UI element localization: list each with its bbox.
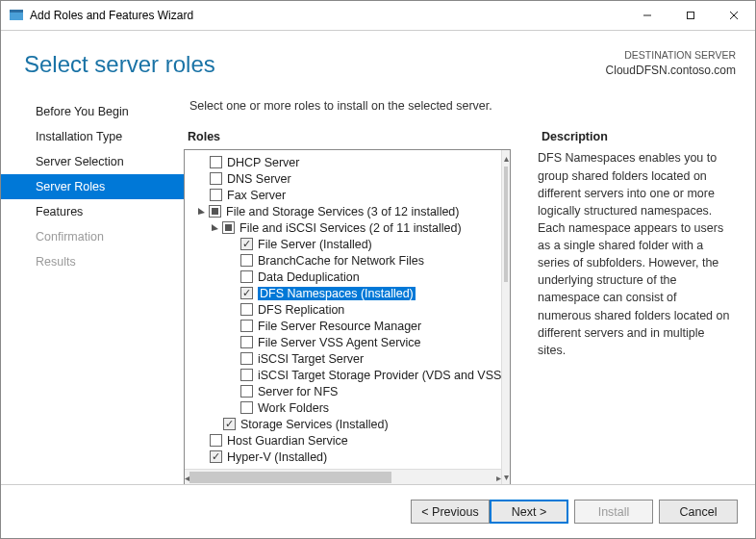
checkbox-icon[interactable] <box>240 254 253 267</box>
role-hyper-v[interactable]: Hyper-V (Installed) <box>189 449 501 465</box>
role-fax-server[interactable]: Fax Server <box>189 187 501 203</box>
checkbox-icon[interactable] <box>240 320 253 332</box>
role-fs-vss[interactable]: File Server VSS Agent Service <box>189 334 501 350</box>
role-storage-services[interactable]: Storage Services (Installed) <box>189 416 501 432</box>
scroll-down-icon[interactable]: ▾ <box>502 469 510 484</box>
checkbox-indeterminate-icon[interactable] <box>222 221 235 234</box>
footer: < Previous Next > Install Cancel <box>1 484 755 538</box>
role-label: DFS Namespaces (Installed) <box>258 287 416 300</box>
instruction-text: Select one or more roles to install on t… <box>184 95 736 130</box>
role-file-iscsi-services[interactable]: File and iSCSI Services (2 of 11 install… <box>189 219 501 236</box>
cancel-button[interactable]: Cancel <box>659 500 738 524</box>
checkbox-icon[interactable] <box>240 303 253 316</box>
role-dhcp-server[interactable]: DHCP Server <box>189 154 501 170</box>
checkbox-checked-icon[interactable] <box>240 287 253 299</box>
checkbox-icon[interactable] <box>240 385 253 398</box>
vertical-scrollbar[interactable]: ▴ ▾ <box>501 150 510 484</box>
nav-step-server-selection[interactable]: Server Selection <box>1 149 184 174</box>
role-work-folders[interactable]: Work Folders <box>189 399 501 416</box>
checkbox-checked-icon[interactable] <box>210 450 222 463</box>
collapse-icon[interactable] <box>196 206 207 217</box>
role-file-storage-services[interactable]: File and Storage Services (3 of 12 insta… <box>189 203 501 219</box>
role-label: File Server (Installed) <box>258 238 372 251</box>
app-icon <box>9 8 24 23</box>
role-label: File Server VSS Agent Service <box>258 336 421 349</box>
checkbox-indeterminate-icon[interactable] <box>209 205 221 218</box>
nav-step-confirmation: Confirmation <box>1 224 184 249</box>
scroll-track[interactable] <box>189 470 496 484</box>
checkbox-icon[interactable] <box>240 401 253 414</box>
roles-label: Roles <box>188 130 511 143</box>
role-label: File Server Resource Manager <box>258 320 421 333</box>
role-label: Fax Server <box>227 189 286 202</box>
install-button: Install <box>574 500 653 524</box>
scroll-thumb[interactable] <box>504 167 508 282</box>
role-dns-server[interactable]: DNS Server <box>189 170 501 187</box>
checkbox-icon[interactable] <box>210 189 222 201</box>
role-nfs[interactable]: Server for NFS <box>189 383 501 399</box>
nav-step-before-you-begin[interactable]: Before You Begin <box>1 99 184 124</box>
checkbox-checked-icon[interactable] <box>223 418 236 430</box>
prev-next-group: < Previous Next > <box>411 500 568 524</box>
checkbox-icon[interactable] <box>240 270 253 283</box>
role-dfs-replication[interactable]: DFS Replication <box>189 301 501 318</box>
role-data-dedup[interactable]: Data Deduplication <box>189 269 501 285</box>
role-label: DHCP Server <box>227 156 299 169</box>
role-host-guardian[interactable]: Host Guardian Service <box>189 432 501 449</box>
body: Before You BeginInstallation TypeServer … <box>1 95 755 484</box>
role-label: DFS Replication <box>258 303 344 317</box>
titlebar: Add Roles and Features Wizard <box>1 1 755 31</box>
scroll-track[interactable] <box>502 167 510 469</box>
nav-step-server-roles[interactable]: Server Roles <box>1 174 184 199</box>
collapse-icon[interactable] <box>210 222 220 233</box>
role-label: File and iSCSI Services (2 of 11 install… <box>239 221 462 235</box>
checkbox-icon[interactable] <box>210 434 222 447</box>
close-button[interactable] <box>712 1 755 30</box>
horizontal-scrollbar[interactable]: ◂ ▸ <box>185 469 501 484</box>
columns: Roles DHCP Server DNS Server Fax Server <box>184 130 736 484</box>
roles-tree[interactable]: DHCP Server DNS Server Fax Server File a… <box>185 150 501 469</box>
svg-rect-3 <box>687 13 693 19</box>
role-label: iSCSI Target Server <box>258 352 364 366</box>
minimize-button[interactable] <box>625 1 668 30</box>
next-button[interactable]: Next > <box>490 500 568 524</box>
checkbox-icon[interactable] <box>210 172 222 185</box>
nav-step-features[interactable]: Features <box>1 199 184 224</box>
nav-step-results: Results <box>1 249 184 274</box>
roles-tree-wrapper: DHCP Server DNS Server Fax Server File a… <box>184 149 511 484</box>
roles-column: Roles DHCP Server DNS Server Fax Server <box>184 130 511 484</box>
role-branchcache[interactable]: BranchCache for Network Files <box>189 252 501 269</box>
wizard-window: Add Roles and Features Wizard Select ser… <box>0 0 756 539</box>
window-title: Add Roles and Features Wizard <box>30 9 193 22</box>
checkbox-icon[interactable] <box>240 336 253 348</box>
description-column: Description DFS Namespaces enables you t… <box>538 130 736 484</box>
main-pane: Select one or more roles to install on t… <box>184 95 755 484</box>
checkbox-checked-icon[interactable] <box>240 238 253 250</box>
role-file-server[interactable]: File Server (Installed) <box>189 236 501 252</box>
role-dfs-namespaces[interactable]: DFS Namespaces (Installed) <box>189 285 501 301</box>
role-label: Data Deduplication <box>258 270 360 284</box>
nav-step-installation-type[interactable]: Installation Type <box>1 124 184 149</box>
header: Select server roles DESTINATION SERVER C… <box>1 31 755 95</box>
role-label: BranchCache for Network Files <box>258 254 424 268</box>
destination-label: DESTINATION SERVER <box>606 48 736 63</box>
svg-rect-1 <box>10 10 23 13</box>
checkbox-icon[interactable] <box>240 369 253 381</box>
role-iscsi-vds[interactable]: iSCSI Target Storage Provider (VDS and V… <box>189 367 501 383</box>
previous-button[interactable]: < Previous <box>411 500 490 524</box>
role-label: Storage Services (Installed) <box>240 418 389 431</box>
maximize-button[interactable] <box>668 1 712 30</box>
description-text: DFS Namespaces enables you to group shar… <box>538 149 736 359</box>
scroll-up-icon[interactable]: ▴ <box>502 150 510 167</box>
checkbox-icon[interactable] <box>240 352 253 365</box>
role-label: iSCSI Target Storage Provider (VDS and V… <box>258 369 501 382</box>
destination-info: DESTINATION SERVER CloudDFSN.contoso.com <box>606 48 736 78</box>
checkbox-icon[interactable] <box>210 156 222 168</box>
role-label: Work Folders <box>258 401 329 415</box>
role-label: Hyper-V (Installed) <box>227 450 327 464</box>
role-iscsi-target[interactable]: iSCSI Target Server <box>189 350 501 367</box>
role-fsrm[interactable]: File Server Resource Manager <box>189 318 501 334</box>
wizard-nav: Before You BeginInstallation TypeServer … <box>1 95 184 484</box>
role-label: Server for NFS <box>258 385 338 398</box>
scroll-thumb[interactable] <box>189 472 391 483</box>
